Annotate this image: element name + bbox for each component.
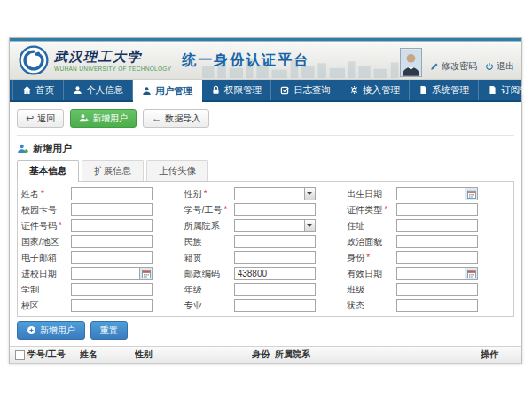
native-place-input[interactable] <box>235 252 315 263</box>
chevron-down-icon[interactable] <box>304 188 315 200</box>
logout-link[interactable]: 退出 <box>485 60 514 73</box>
tab-extended-info[interactable]: 扩展信息 <box>82 160 144 181</box>
education-length-input[interactable] <box>72 284 152 295</box>
major-label: 专业 <box>184 300 234 312</box>
back-button[interactable]: ↩ 返回 <box>17 109 64 128</box>
select-all-checkbox[interactable] <box>15 350 25 360</box>
content-area: ↩ 返回 新增用户 ← 数据导入 新增用户 基本信息扩展信息上传头像 姓 <box>10 109 521 364</box>
form-grid: 姓名*性别*出生日期校园卡号学号/工号*证件类型*证件号码*所属院系住址国家/地… <box>21 187 510 312</box>
address-label: 住址 <box>347 220 396 232</box>
nav-tab-users[interactable]: 用户管理 <box>133 80 202 102</box>
page-background: 武汉理工大学 WUHAN UNIVERSITY OF TECHNOLOGY 统一… <box>0 0 532 399</box>
campus-input[interactable] <box>72 300 152 311</box>
campus-card-input[interactable] <box>72 204 152 215</box>
id-number-label: 证件号码* <box>21 220 71 232</box>
status-input[interactable] <box>397 300 477 311</box>
user-icon <box>73 85 82 95</box>
class-input[interactable] <box>397 284 477 295</box>
calendar-button[interactable] <box>465 268 477 279</box>
university-name: 武汉理工大学 <box>54 50 171 65</box>
department-label: 所属院系 <box>184 220 234 232</box>
ethnicity-field: 民族 <box>184 235 348 248</box>
required-asterisk: * <box>41 189 44 199</box>
student-id-label: 学号/工号* <box>184 204 234 216</box>
entry-date-field: 进校日期 <box>21 267 184 280</box>
back-arrow-icon: ↩ <box>26 113 34 123</box>
address-input[interactable] <box>397 220 477 231</box>
entry-date-label: 进校日期 <box>21 268 71 280</box>
form-tabs: 基本信息扩展信息上传头像 <box>17 160 514 181</box>
chevron-down-icon[interactable] <box>304 220 315 231</box>
basic-info-panel: 姓名*性别*出生日期校园卡号学号/工号*证件类型*证件号码*所属院系住址国家/地… <box>17 181 514 317</box>
plus-circle-icon <box>27 325 36 335</box>
student-id-input[interactable] <box>235 204 315 215</box>
status-field: 状态 <box>347 299 510 312</box>
grade-label: 年级 <box>184 284 234 296</box>
calendar-button[interactable] <box>465 188 477 200</box>
country-region-input[interactable] <box>72 236 152 247</box>
email-input[interactable] <box>72 252 152 263</box>
nav-tab-permissions[interactable]: 权限管理 <box>202 80 271 100</box>
section-title: 新增用户 <box>17 142 514 155</box>
column-header-name: 姓名 <box>80 348 135 361</box>
app-header: 武汉理工大学 WUHAN UNIVERSITY OF TECHNOLOGY 统一… <box>10 42 521 80</box>
ethnicity-input[interactable] <box>235 236 315 247</box>
tab-basic-info[interactable]: 基本信息 <box>17 160 79 182</box>
new-user-toolbar-button[interactable]: 新增用户 <box>70 109 137 128</box>
toolbar: ↩ 返回 新增用户 ← 数据导入 <box>17 109 514 128</box>
entry-date-input[interactable] <box>72 268 139 279</box>
power-icon <box>485 62 494 71</box>
gender-input[interactable] <box>235 188 304 200</box>
ethnicity-label: 民族 <box>184 236 234 248</box>
campus-field: 校区 <box>21 299 184 312</box>
new-user-icon <box>17 143 28 154</box>
birth-date-label: 出生日期 <box>347 188 396 200</box>
birth-date-input[interactable] <box>397 188 465 200</box>
valid-date-label: 有效日期 <box>347 268 396 280</box>
platform-title: 统一身份认证平台 <box>182 51 309 70</box>
check-square-icon <box>280 85 290 95</box>
nav-tab-subscription[interactable]: 订阅管理 <box>479 80 532 100</box>
app-window: 武汉理工大学 WUHAN UNIVERSITY OF TECHNOLOGY 统一… <box>9 37 522 364</box>
political-status-input[interactable] <box>397 236 477 247</box>
nav-tab-access[interactable]: 接入管理 <box>340 80 410 100</box>
campus-label: 校区 <box>21 300 71 312</box>
grade-input[interactable] <box>235 284 315 295</box>
form-actions: 新增用户 重置 <box>17 321 514 340</box>
data-import-button[interactable]: ← 数据导入 <box>143 109 209 128</box>
nav-tab-logs[interactable]: 日志查询 <box>271 80 340 100</box>
campus-card-field: 校园卡号 <box>21 203 184 216</box>
tab-upload-avatar[interactable]: 上传头像 <box>146 160 208 181</box>
pencil-icon <box>430 62 439 71</box>
student-id-field: 学号/工号* <box>184 203 348 216</box>
identity-input[interactable] <box>397 252 477 263</box>
status-label: 状态 <box>347 300 396 312</box>
native-place-field: 籍贯 <box>184 251 348 264</box>
brand-names: 武汉理工大学 WUHAN UNIVERSITY OF TECHNOLOGY <box>54 50 171 72</box>
column-header-department: 所属院系 <box>275 348 481 361</box>
education-length-field: 学制 <box>21 283 184 296</box>
nav-tab-profile[interactable]: 个人信息 <box>64 80 133 100</box>
campus-card-label: 校园卡号 <box>21 204 71 216</box>
column-header-student-id: 学号/工号 <box>27 348 80 361</box>
add-user-submit-button[interactable]: 新增用户 <box>17 321 85 340</box>
change-password-link[interactable]: 修改密码 <box>430 60 477 73</box>
department-input[interactable] <box>235 220 304 231</box>
major-input[interactable] <box>235 300 315 311</box>
calendar-button[interactable] <box>139 268 152 279</box>
nav-tab-home[interactable]: 首页 <box>12 80 64 100</box>
name-input[interactable] <box>72 188 152 200</box>
id-number-input[interactable] <box>72 220 152 231</box>
email-label: 电子邮箱 <box>21 252 71 264</box>
nav-tab-system[interactable]: 系统管理 <box>410 80 479 100</box>
identity-field: 身份* <box>347 251 510 264</box>
reset-button[interactable]: 重置 <box>90 321 128 340</box>
university-name-en: WUHAN UNIVERSITY OF TECHNOLOGY <box>54 66 171 72</box>
id-type-input[interactable] <box>397 204 477 215</box>
valid-date-input[interactable] <box>397 268 465 279</box>
name-field: 姓名* <box>21 187 184 200</box>
home-icon <box>22 85 32 95</box>
postal-code-input[interactable] <box>235 268 315 279</box>
political-status-field: 政治面貌 <box>347 235 510 248</box>
department-field: 所属院系 <box>184 219 348 232</box>
